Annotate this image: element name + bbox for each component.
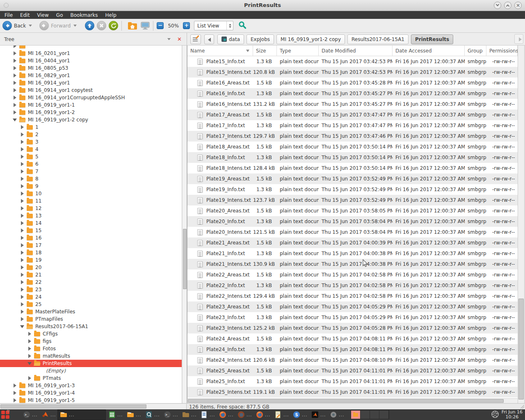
expander-closed-icon[interactable] [20,176,25,181]
expander-closed-icon[interactable] [20,243,25,248]
taskbar-task-11[interactable]: ... [253,409,272,420]
taskbar-task-4[interactable]: ... [124,409,143,420]
tree-item-23[interactable]: 23 [0,286,182,293]
expander-closed-icon[interactable] [20,258,25,262]
workspace-3[interactable] [370,411,379,419]
sidebar-vertical-scrollbar[interactable] [182,46,187,403]
expander-closed-icon[interactable] [20,309,25,314]
file-row-plate22-intens-txt[interactable]: Plate22_Intens.txt129.4 kBplain text doc… [187,291,518,301]
tree-item[interactable] [0,46,182,50]
column-header-type[interactable]: Type [277,46,319,56]
tree-item-10[interactable]: 10 [0,190,182,197]
column-header-date-accessed[interactable]: Date Accessed [393,46,465,56]
tree-item-8[interactable]: 8 [0,175,182,183]
menu-item-file[interactable]: File [1,12,16,18]
expander-closed-icon[interactable] [20,272,25,277]
breadcrumb-mi-16-0919-yor1-2-copy[interactable]: MI 16_0919_yor1-2 copy [276,34,345,44]
tree-item-printresults[interactable]: PrintResults [0,360,182,367]
expander-closed-icon[interactable] [13,66,18,71]
taskbar-task-7[interactable]: ... [180,409,198,420]
tree-item-15[interactable]: 15 [0,227,182,234]
path-scroll-left-button[interactable] [204,34,214,44]
expander-closed-icon[interactable] [27,339,32,344]
expander-closed-icon[interactable] [20,294,25,299]
expander-closed-icon[interactable] [20,280,25,285]
file-row-plate25-info-txt[interactable]: Plate25_Info.txt1.3 kBplain text documen… [187,376,518,387]
file-row-plate18-intens-txt[interactable]: Plate18_Intens.txt128.4 kBplain text doc… [187,163,518,173]
tree-item-mi-16-0829-yor1[interactable]: MI 16_0829_yor1 [0,72,182,79]
column-header-permissions[interactable]: Permissions [486,46,518,56]
expander-closed-icon[interactable] [20,139,25,144]
resize-grip[interactable] [520,404,524,409]
taskbar-task-0[interactable]: >_... [21,409,39,420]
tree-item-cffigs[interactable]: CFfigs [0,330,182,338]
app-launcher-icon[interactable] [1,410,11,420]
file-row-plate15-info-txt[interactable]: Plate15_Info.txt1.3 kBplain text documen… [187,56,518,67]
expander-closed-icon[interactable] [20,206,25,211]
expander-closed-icon[interactable] [20,213,25,218]
tree-item-9[interactable]: 9 [0,183,182,190]
expander-closed-icon[interactable] [20,169,25,174]
tree-item-mi-16-0914-yor1[interactable]: MI 16_0914_yor1 [0,79,182,87]
list-vertical-scrollbar[interactable] [518,46,524,403]
tree-item-14[interactable]: 14 [0,219,182,227]
sidebar-horizontal-scrollbar[interactable] [0,404,187,409]
menu-item-view[interactable]: View [33,12,52,18]
file-row-plate23-areas-txt[interactable]: Plate23_Areas.txt1.5 kBplain text docume… [187,301,518,312]
expander-closed-icon[interactable] [13,103,18,107]
tree-item-mi-16-0919-yor1-3[interactable]: MI 16_0919_yor1-3 [0,382,182,389]
workspace-2[interactable] [361,411,370,419]
expander-closed-icon[interactable] [13,95,18,100]
tree-item-mi-16-0914-yor1corrupuptedapplessh[interactable]: MI 16_0914_yor1CorrupuptedAppleSSH [0,94,182,101]
tree-item-21[interactable]: 21 [0,271,182,278]
tree-item-5[interactable]: 5 [0,153,182,160]
minimize-button[interactable] [494,2,501,9]
expander-closed-icon[interactable] [20,199,25,203]
file-row-plate17-intens-txt[interactable]: Plate17_Intens.txt129.7 kBplain text doc… [187,131,518,142]
menu-item-help[interactable]: Help [102,12,120,18]
file-row-plate16-info-txt[interactable]: Plate16_Info.txt1.3 kBplain text documen… [187,88,518,99]
side-pane-title[interactable]: Tree [4,37,167,42]
expander-closed-icon[interactable] [13,390,18,395]
column-header-date-modified[interactable]: Date Modified [319,46,393,56]
expander-open-icon[interactable] [20,324,25,329]
file-row-plate21-info-txt[interactable]: Plate21_Info.txt1.3 kBplain text documen… [187,248,518,259]
file-row-plate15-intens-txt[interactable]: Plate15_Intens.txt120.8 kBplain text doc… [187,67,518,78]
taskbar-task-3[interactable]: ... [106,409,124,420]
tree-item-7[interactable]: 7 [0,168,182,175]
file-row-plate25-areas-txt[interactable]: Plate25_Areas.txt1.5 kBplain text docume… [187,365,518,376]
expander-closed-icon[interactable] [20,221,25,226]
tree-item-mi-16-0919-yor1-5[interactable]: MI 16_0919_yor1-5 [0,397,182,403]
tree-item-mi-16-0919-yor1-4[interactable]: MI 16_0919_yor1-4 [0,389,182,397]
tree-item-25[interactable]: 25 [0,301,182,308]
scrollbar-thumb[interactable] [518,299,524,399]
file-row-plate25-intens-txt[interactable]: Plate25_Intens.txt119.1 kBplain text doc… [187,387,518,397]
breadcrumb-results2017-06-15a1[interactable]: Results2017-06-15A1 [347,34,409,44]
scrollbar-thumb[interactable] [188,399,504,403]
tree-item-masterplatefiles[interactable]: MasterPlateFiles [0,308,182,315]
side-pane-close-icon[interactable]: ✕ [177,36,182,42]
file-row-plate23-info-txt[interactable]: Plate23_Info.txt1.3 kBplain text documen… [187,312,518,323]
stop-button[interactable] [97,21,106,30]
column-header-name[interactable]: Name [187,46,253,56]
file-row-plate24-info-txt[interactable]: Plate24_Info.txt1.3 kBplain text documen… [187,344,518,355]
path-scroll-right-button[interactable] [514,34,523,44]
expander-closed-icon[interactable] [27,331,32,336]
back-history-dropdown-icon[interactable] [29,25,32,27]
maximize-button[interactable] [504,2,511,9]
expander-closed-icon[interactable] [27,354,32,358]
expander-closed-icon[interactable] [20,154,25,159]
file-row-plate16-intens-txt[interactable]: Plate16_Intens.txt131.2 kBplain text doc… [187,99,518,110]
expander-open-icon[interactable] [13,117,18,122]
computer-button[interactable] [141,22,150,30]
file-row-plate16-areas-txt[interactable]: Plate16_Areas.txt1.5 kBplain text docume… [187,78,518,88]
tree-item-mi-16-0919-yor1-1[interactable]: MI 16_0919_yor1-1 [0,101,182,109]
expander-closed-icon[interactable] [20,302,25,307]
tree-item-mi-16-0914-yor1-copytest[interactable]: MI 16_0914_yor1 copytest [0,87,182,94]
taskbar-task-6[interactable]: >_... [161,409,180,420]
side-pane-dropdown-icon[interactable] [167,38,171,40]
scrollbar-thumb[interactable] [183,229,187,289]
taskbar-task-2[interactable]: ... [57,409,106,420]
breadcrumb-printresults[interactable]: PrintResults [411,34,453,44]
breadcrumb-expjobs[interactable]: ExpJobs [247,34,274,44]
